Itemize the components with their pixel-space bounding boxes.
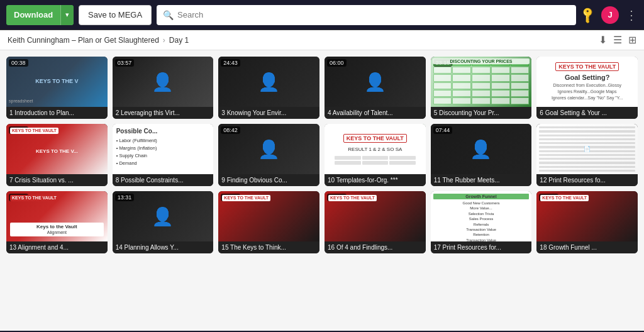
goal-setting: KEYS TO THE VAULT Goal Setting? Disconne… <box>536 57 638 107</box>
templates-text: RESULT 1 & 2 & SO SA <box>348 147 402 152</box>
video-thumb-8[interactable]: 16:10 Possible Co... Labor (Fulfillment)… <box>113 124 214 186</box>
thumb-image: KEYS TO THE VAULT RESULT 1 & 2 & SO SA <box>325 124 426 174</box>
thumb-image: 06:00👤 <box>325 57 426 107</box>
video-thumb-1[interactable]: 00:38KEYS TO THE Vspreadsheet1 Introduct… <box>6 57 108 119</box>
download-action-icon[interactable]: ⬇ <box>599 34 607 46</box>
video-thumb-16[interactable]: 35:22KEYS TO THE VAULT16 Of 4 and Findli… <box>325 191 426 253</box>
thumb-image: Growth Funnel Good New Customers More Va… <box>431 191 532 241</box>
thumb-label: 1 Introduction to Plan... <box>6 107 108 119</box>
video-thumb-10[interactable]: KEYS TO THE VAULT RESULT 1 & 2 & SO SA 1… <box>325 124 426 186</box>
thumb-image: 23:15 KEYS TO THE VAULT Goal Setting? Di… <box>536 57 638 107</box>
thumb-label: 4 Availability of Talent... <box>325 107 426 119</box>
thumb-image: 08:42👤 <box>218 124 319 174</box>
video-thumb-12[interactable]: 📄12 Print Resources fo... <box>536 124 638 186</box>
thumb-image: 04:17KEYS TO THE VAULTKEYS TO THE V... <box>6 124 108 174</box>
duration-badge: 08:42 <box>221 126 240 134</box>
thumb-label: 18 Growth Funnel ... <box>536 241 638 253</box>
constraint-1: Labor (Fulfillment) <box>116 137 210 145</box>
thumb-label: 9 Finding Obvious Co... <box>218 174 319 186</box>
kttv-logo: KEYS TO THE VAULT <box>222 195 270 201</box>
kttv-logo: KEYS TO THE VAULT <box>328 195 377 201</box>
duration-badge: 24:43 <box>221 59 240 67</box>
thumb-text: KEYS TO THE V <box>11 78 103 86</box>
search-box: 🔍 <box>157 5 576 25</box>
funnel-items: Good New Customers More Value... Selecti… <box>433 201 530 241</box>
save-to-mega-button[interactable]: Save to MEGA <box>79 5 152 25</box>
list-view-icon[interactable]: ☰ <box>613 34 622 46</box>
thumb-image: 23:15DISCOUNTING YOUR PRICES <box>431 57 532 107</box>
video-thumb-15[interactable]: 07:50KEYS TO THE VAULT15 The Keys to Thi… <box>218 191 319 253</box>
thumb-image: 00:38KEYS TO THE Vspreadsheet <box>6 57 108 107</box>
video-thumb-5[interactable]: 23:15DISCOUNTING YOUR PRICES5 Discountin… <box>431 57 532 119</box>
templates-box: KEYS TO THE VAULT RESULT 1 & 2 & SO SA <box>325 124 426 174</box>
kttv-small: KEYS TO THE VAULT <box>343 134 407 143</box>
video-thumb-14[interactable]: 13:31👤14 Planning Allows Y... <box>113 191 214 253</box>
print-icon: 📄 <box>584 146 591 152</box>
thumb-image: 11:35KEYS TO THE VAULTKeys to the VaultA… <box>6 191 108 241</box>
video-thumb-4[interactable]: 06:00👤4 Availability of Talent... <box>325 57 426 119</box>
spreadsheet <box>433 59 530 104</box>
duration-badge: 13:31 <box>115 194 135 201</box>
video-thumb-9[interactable]: 08:42👤9 Finding Obvious Co... <box>218 124 319 186</box>
thumb-image: 07:44👤 <box>431 124 532 174</box>
thumb-image: 📄 <box>536 124 638 174</box>
video-thumb-13[interactable]: 11:35KEYS TO THE VAULTKeys to the VaultA… <box>6 191 108 253</box>
thumb-label: 16 Of 4 and Findlings... <box>325 241 426 253</box>
key-icon: 🔑 <box>578 5 597 25</box>
toolbar: Download ▾ Save to MEGA 🔍 🔑 J ⋮ <box>0 0 644 30</box>
thumb-label: 14 Planning Allows Y... <box>113 241 214 253</box>
funnel-title: Growth Funnel <box>433 194 530 199</box>
constraints-box: Possible Co... Labor (Fulfillment) Margi… <box>113 124 214 174</box>
goal-title: Goal Setting? <box>565 74 610 81</box>
video-thumb-11[interactable]: 07:44👤11 The Rubber Meets... <box>431 124 532 186</box>
grid-view-icon[interactable]: ⊞ <box>628 34 636 46</box>
kttv-logo-dark: KEYS TO THE VAULT <box>10 195 58 201</box>
avatar[interactable]: J <box>601 6 619 24</box>
thumb-text: KEYS TO THE V... <box>11 148 103 155</box>
thumb-label: 13 Alignment and 4... <box>6 241 108 253</box>
video-thumb-2[interactable]: 03:57👤2 Leveraging this Virt... <box>113 57 214 119</box>
video-thumb-7[interactable]: 04:17KEYS TO THE VAULTKEYS TO THE V...7 … <box>6 124 108 186</box>
thumb-label: 6 Goal Setting & Your ... <box>536 107 638 119</box>
duration-badge: 00:38 <box>9 59 28 67</box>
kttv-logo: KEYS TO THE VAULT <box>540 195 589 201</box>
constraints-title: Possible Co... <box>116 128 210 135</box>
templates-grid <box>335 156 416 165</box>
duration-badge: 07:44 <box>433 126 453 134</box>
thumb-label: 2 Leveraging this Virt... <box>113 107 214 119</box>
funnel-box: Growth Funnel Good New Customers More Va… <box>431 191 532 241</box>
download-button[interactable]: Download <box>6 5 60 25</box>
duration-badge: 06:00 <box>327 59 347 67</box>
thumb-image: 24:43👤 <box>218 57 319 107</box>
download-button-group[interactable]: Download ▾ <box>6 5 74 25</box>
video-thumb-6[interactable]: 23:15 KEYS TO THE VAULT Goal Setting? Di… <box>536 57 638 119</box>
video-thumb-17[interactable]: Growth Funnel Good New Customers More Va… <box>431 191 532 253</box>
video-thumb-18[interactable]: 24:10KEYS TO THE VAULT18 Growth Funnel .… <box>536 191 638 253</box>
search-icon: 🔍 <box>163 10 174 20</box>
thumb-image: 03:57👤 <box>113 57 214 107</box>
thumb-label: 11 The Rubber Meets... <box>431 174 532 186</box>
thumb-image: 24:10KEYS TO THE VAULT <box>536 191 638 241</box>
breadcrumb: Keith Cunningham – Plan or Get Slaughter… <box>0 30 644 50</box>
more-options-icon[interactable]: ⋮ <box>625 8 638 23</box>
constraint-3: Supply Chain <box>116 152 210 160</box>
breadcrumb-part1[interactable]: Keith Cunningham – Plan or Get Slaughter… <box>8 36 159 45</box>
breadcrumb-actions: ⬇ ☰ ⊞ <box>599 34 636 46</box>
video-thumb-3[interactable]: 24:43👤3 Knowing Your Envir... <box>218 57 319 119</box>
kttv-logo: KEYS TO THE VAULT <box>10 128 58 134</box>
thumb-label: 5 Discounting Your Pr... <box>431 107 532 119</box>
thumb-label: 10 Templates-for-Org. *** <box>325 174 426 186</box>
thumb-label: 7 Crisis Situation vs. ... <box>6 174 108 186</box>
thumb-image: 35:22KEYS TO THE VAULT <box>325 191 426 241</box>
download-dropdown-button[interactable]: ▾ <box>60 5 74 25</box>
grid-container: 00:38KEYS TO THE Vspreadsheet1 Introduct… <box>0 50 644 331</box>
thumb-image: 13:31👤 <box>113 191 214 241</box>
duration-badge: 03:57 <box>115 59 135 67</box>
breadcrumb-sep1: › <box>163 36 165 45</box>
thumb-label: 8 Possible Constraints... <box>113 174 214 186</box>
thumb-text: Keys to the VaultAlignment <box>10 223 104 236</box>
search-input[interactable] <box>177 10 570 19</box>
thumb-label: 3 Knowing Your Envir... <box>218 107 319 119</box>
thumb-image: 16:10 Possible Co... Labor (Fulfillment)… <box>113 124 214 174</box>
breadcrumb-part2: Day 1 <box>169 36 189 45</box>
